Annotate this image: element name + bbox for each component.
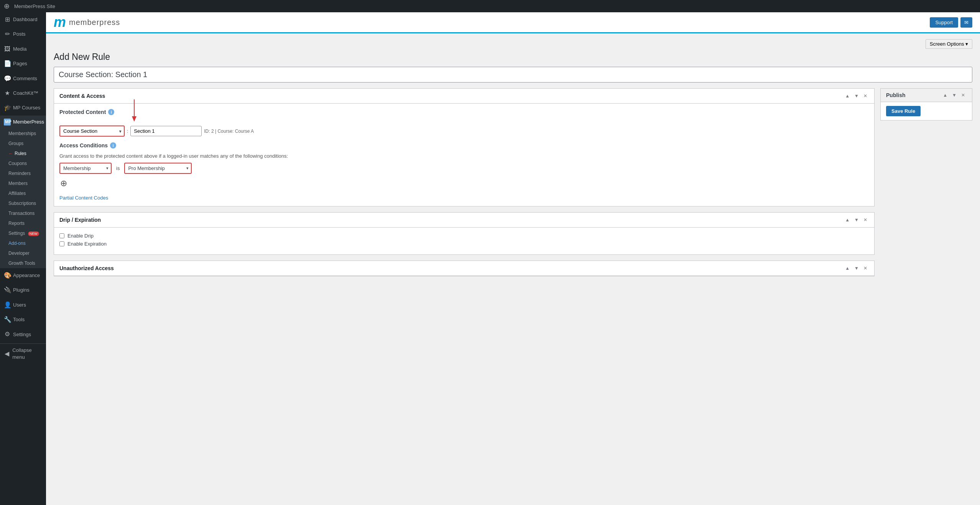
enable-drip-row: Enable Drip [59,233,869,239]
submenu-rules[interactable]: ←Rules [0,149,46,158]
rule-title-input[interactable] [54,67,972,83]
sidebar-item-label: Plugins [13,287,30,294]
comments-icon: 💬 [4,74,11,83]
drip-expiration-metabox: Drip / Expiration ▲ ▼ ✕ Enable Drip [54,212,875,255]
sidebar-item-plugins[interactable]: 🔌 Plugins [0,283,46,297]
sidebar-item-dashboard[interactable]: ⊞ Dashboard [0,12,46,27]
protected-content-info-icon[interactable]: i [108,109,114,115]
content-type-select[interactable]: Course Section Membership Single Post Si… [60,126,118,136]
mail-button[interactable]: ✉ [960,17,972,28]
title-col [54,67,972,83]
submenu-transactions[interactable]: Transactions [0,208,46,218]
content-access-metabox: Content & Access ▲ ▼ ✕ Protected Content [54,88,875,206]
support-button[interactable]: Support [930,17,958,28]
submenu-members[interactable]: Members [0,178,46,188]
ua-metabox-controls: ▲ ▼ ✕ [844,265,869,272]
publish-body: Save Rule [881,102,972,120]
sidebar: ⊞ Dashboard ✏ Posts 🖼 Media 📄 Pages 💬 Co… [0,12,46,505]
add-condition-button[interactable]: ⊕ [59,178,68,189]
sidebar-item-media[interactable]: 🖼 Media [0,42,46,56]
enable-drip-checkbox[interactable] [59,233,64,238]
settings-icon: ⚙ [4,330,11,338]
section-name-input[interactable] [130,126,202,136]
save-rule-button[interactable]: Save Rule [886,106,921,116]
submenu-settings[interactable]: Settings NEW [0,228,46,238]
metabox-collapse-down[interactable]: ▼ [853,92,860,99]
plugins-icon: 🔌 [4,286,11,294]
is-label: is [115,165,121,171]
sidebar-item-settings[interactable]: ⚙ Settings [0,327,46,342]
sidebar-item-memberpress[interactable]: MP MemberPress [0,116,46,129]
ua-close[interactable]: ✕ [862,265,869,272]
colon-separator: : [127,128,128,134]
condition-type-wrapper: Membership Member Role ▾ [59,163,112,174]
drip-expiration-body: Enable Drip Enable Expiration [54,228,874,254]
protected-content-label: Protected Content i [59,109,869,115]
new-badge: NEW [28,231,39,236]
access-conditions-info-icon[interactable]: i [110,142,116,149]
sidebar-item-posts[interactable]: ✏ Posts [0,27,46,41]
mp-logo-icon: m [54,15,66,29]
site-name[interactable]: MemberPress Site [14,3,55,9]
pages-icon: 📄 [4,59,11,68]
submenu-subscriptions[interactable]: Subscriptions [0,198,46,208]
sidebar-collapse[interactable]: ◀ Collapse menu [0,343,46,364]
sidebar-item-label: Settings [13,331,31,338]
membership-wrapper: Pro Membership Basic Membership Premium … [124,163,192,174]
sidebar-item-tools[interactable]: 🔧 Tools [0,312,46,327]
submenu-affiliates[interactable]: Affiliates [0,188,46,198]
annotation-area [59,120,869,125]
main-layout: ⊞ Dashboard ✏ Posts 🖼 Media 📄 Pages 💬 Co… [0,12,980,505]
submenu-groups[interactable]: Groups [0,139,46,149]
red-arrow-annotation [130,99,138,122]
screen-options-bar: Screen Options ▾ [54,39,972,49]
metabox-close[interactable]: ✕ [862,92,869,99]
drip-collapse-down[interactable]: ▼ [853,216,860,223]
sidebar-item-comments[interactable]: 💬 Comments [0,71,46,86]
main-content: m memberpress Support ✉ Screen Options ▾… [46,12,980,505]
sidebar-item-coachkit[interactable]: ★ CoachKit™ [0,86,46,101]
drip-metabox-controls: ▲ ▼ ✕ [844,216,869,223]
publish-collapse-up[interactable]: ▲ [941,92,949,99]
submenu-coupons[interactable]: Coupons [0,158,46,168]
partial-content-codes-link[interactable]: Partial Content Codes [59,195,108,201]
metabox-collapse-up[interactable]: ▲ [844,92,851,99]
enable-expiration-checkbox[interactable] [59,241,64,246]
sidebar-item-label: Pages [13,60,27,67]
sidebar-item-appearance[interactable]: 🎨 Appearance [0,268,46,283]
condition-type-arrow: ▾ [106,166,111,171]
drip-close[interactable]: ✕ [862,216,869,223]
enable-drip-label[interactable]: Enable Drip [67,233,94,239]
sidebar-item-label: Tools [13,316,25,323]
ua-collapse-down[interactable]: ▼ [853,265,860,272]
enable-expiration-label[interactable]: Enable Expiration [67,241,107,247]
drip-expiration-title: Drip / Expiration [59,217,101,223]
admin-topbar: ⊕ MemberPress Site [0,0,980,12]
submenu-growth-tools[interactable]: Growth Tools [0,258,46,268]
condition-type-select[interactable]: Membership Member Role [60,163,106,173]
unauthorized-access-title: Unauthorized Access [59,265,114,271]
drip-collapse-up[interactable]: ▲ [844,216,851,223]
posts-icon: ✏ [4,30,11,38]
title-row [54,67,972,83]
wp-logo-icon[interactable]: ⊕ [4,2,10,10]
sidebar-item-mp-courses[interactable]: 🎓 MP Courses [0,101,46,115]
submenu-reminders[interactable]: Reminders [0,168,46,178]
submenu-addons[interactable]: Add-ons [0,238,46,248]
submenu-reports[interactable]: Reports [0,218,46,228]
publish-collapse-down[interactable]: ▼ [950,92,958,99]
submenu-developer[interactable]: Developer [0,248,46,258]
mp-logo: m memberpress [54,15,120,29]
submenu-memberships[interactable]: Memberships [0,129,46,139]
ua-collapse-up[interactable]: ▲ [844,265,851,272]
coachkit-icon: ★ [4,89,11,97]
sidebar-item-users[interactable]: 👤 Users [0,298,46,312]
access-condition-row: Membership Member Role ▾ is Pro Me [59,163,869,174]
publish-header: Publish ▲ ▼ ✕ [881,89,972,102]
sidebar-item-pages[interactable]: 📄 Pages [0,56,46,71]
publish-close[interactable]: ✕ [960,92,967,99]
membership-select[interactable]: Pro Membership Basic Membership Premium … [125,163,186,173]
drip-expiration-header: Drip / Expiration ▲ ▼ ✕ [54,213,874,228]
unauthorized-access-header: Unauthorized Access ▲ ▼ ✕ [54,261,874,276]
screen-options-button[interactable]: Screen Options ▾ [926,39,972,49]
